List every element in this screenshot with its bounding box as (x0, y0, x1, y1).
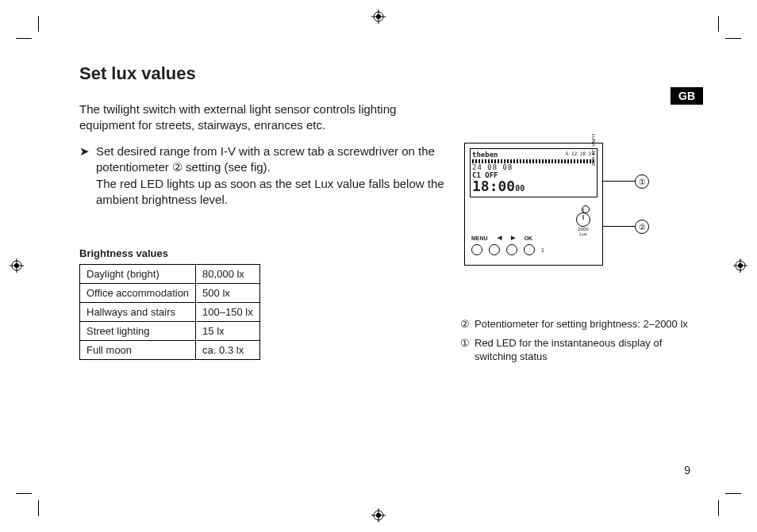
crop-mark (16, 38, 32, 39)
brightness-name: Daylight (bright) (80, 265, 196, 284)
callout-line (603, 226, 635, 227)
page-title: Set lux values (79, 63, 690, 84)
device-figure: 6 12 18 24 theben 24 08 08 C1 OFF 18:000… (464, 143, 619, 266)
brightness-name: Street lighting (80, 322, 196, 341)
registration-mark-icon (10, 258, 24, 273)
registration-mark-icon (733, 258, 747, 273)
brightness-value: ca. 0.3 lx (196, 341, 260, 360)
brightness-value: 500 lx (196, 284, 260, 303)
table-row: Full moonca. 0.3 lx (80, 341, 260, 360)
crop-mark (38, 16, 39, 32)
potentiometer: 2 2000 Lux (572, 208, 594, 236)
right-column: 6 12 18 24 theben 24 08 08 C1 OFF 18:000… (460, 143, 690, 369)
device-button-icon (506, 244, 517, 255)
device-button-row: 1 (471, 244, 544, 255)
device-button-icon (489, 244, 500, 255)
legend-number: ② (460, 317, 470, 331)
bullet-body: Set desired range from I-V with a screw … (96, 144, 444, 208)
lcd-hour-ticks: 6 12 18 24 (566, 151, 594, 156)
callout-line (603, 181, 635, 182)
page-number: 9 (684, 464, 690, 477)
instruction-bullet: ➤ Set desired range from I-V with a scre… (79, 144, 444, 208)
crop-mark (38, 500, 39, 516)
legend-item: ② Potentiometer for setting brightness: … (460, 317, 690, 331)
lcd-date: 24 08 08 (472, 163, 595, 171)
bullet-arrow-icon: ➤ (79, 144, 90, 208)
registration-mark-icon (371, 10, 386, 24)
lcd-time: 18:0000 (472, 179, 595, 193)
lcd-time-main: 18:00 (472, 178, 515, 194)
crop-mark (16, 493, 32, 494)
legend-number: ① (460, 336, 470, 364)
brightness-table: Daylight (bright)80,000 lx Office accomm… (79, 264, 260, 360)
button-number-label: 1 (541, 247, 544, 253)
brightness-name: Full moon (80, 341, 196, 360)
brightness-value: 15 lx (196, 322, 260, 341)
intro-text: The twilight switch with external light … (79, 101, 413, 132)
device-model-label: LUNA 120 top2 (592, 134, 597, 166)
device-outline: 6 12 18 24 theben 24 08 08 C1 OFF 18:000… (464, 143, 603, 266)
page: GB Set lux values The twilight switch wi… (0, 0, 757, 532)
crop-mark (718, 16, 719, 32)
brightness-name: Hallways and stairs (80, 303, 196, 322)
right-arrow-icon: ▶ (511, 235, 515, 241)
ok-label: OK (525, 235, 533, 241)
callout-marker-2: ② (635, 220, 649, 234)
brightness-value: 100–150 lx (196, 303, 260, 322)
bullet-line-1: Set desired range from I-V with a screw … (96, 144, 435, 174)
table-row: Street lighting15 lx (80, 322, 260, 341)
crop-mark (725, 493, 741, 494)
device-lcd: 6 12 18 24 theben 24 08 08 C1 OFF 18:000… (470, 148, 598, 197)
potentiometer-dial-icon (576, 212, 590, 227)
legend-item: ① Red LED for the instantaneous display … (460, 336, 690, 364)
content-area: Set lux values The twilight switch with … (79, 63, 690, 492)
legend-text: Potentiometer for setting brightness: 2–… (475, 317, 688, 331)
table-row: Office accommodation500 lx (80, 284, 260, 303)
menu-label: MENU (471, 235, 488, 241)
brightness-name: Office accommodation (80, 284, 196, 303)
bullet-line-2: The red LED lights up as soon as the set… (96, 177, 444, 206)
device-menu-row: MENU ◀ ▶ OK (471, 235, 532, 241)
pot-unit-label: Lux (579, 232, 587, 236)
lcd-time-seconds: 00 (515, 184, 525, 193)
device-button-icon (524, 244, 535, 255)
device-button-icon (471, 244, 482, 255)
registration-mark-icon (371, 508, 386, 522)
legend-text: Red LED for the instantaneous display of… (475, 336, 690, 364)
table-row: Hallways and stairs100–150 lx (80, 303, 260, 322)
brightness-value: 80,000 lx (196, 265, 260, 284)
crop-mark (725, 38, 741, 39)
left-arrow-icon: ◀ (498, 235, 501, 241)
crop-mark (718, 500, 719, 516)
callout-marker-1: ① (635, 174, 649, 189)
figure-legend: ② Potentiometer for setting brightness: … (460, 317, 690, 364)
table-row: Daylight (bright)80,000 lx (80, 265, 260, 284)
